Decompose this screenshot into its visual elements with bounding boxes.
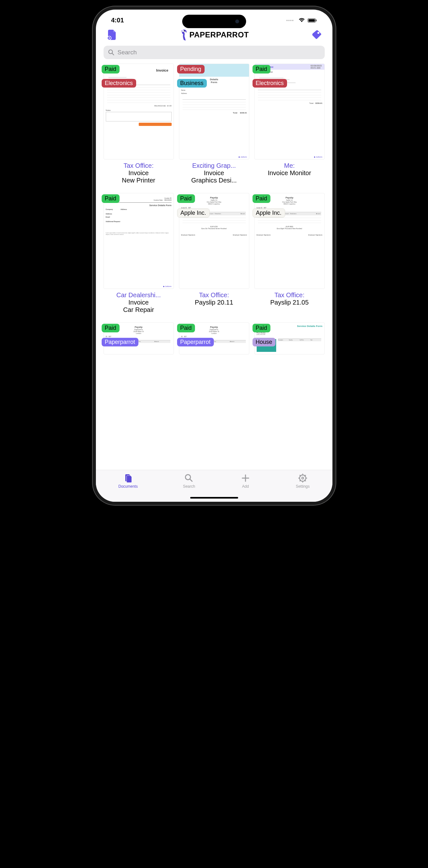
app-logo: PAPERPARROT <box>179 28 249 41</box>
document-grid: Invoice BALANCE DUE $ 0.00 Notes Paid El… <box>96 64 332 354</box>
document-thumbnail: Invoice BALANCE DUE $ 0.00 Notes <box>103 64 174 159</box>
document-card[interactable]: Payslip Apple IncOne Apple Park Way95014… <box>254 193 325 320</box>
doc-type: Payslip 20.11 <box>180 299 249 306</box>
document-card[interactable]: Invoice BALANCE DUE $ 0.00 Notes Paid El… <box>103 64 174 190</box>
tab-label: Documents <box>118 484 138 489</box>
svg-rect-1 <box>308 19 315 22</box>
status-badge: Paid <box>252 324 270 332</box>
tab-label: Settings <box>296 484 309 489</box>
tag-badge: Apple Inc. <box>252 208 285 218</box>
doc-correspondent: Tax Office: <box>104 162 173 169</box>
search-bar[interactable] <box>103 46 325 59</box>
doc-type: Payslip 21.05 <box>255 299 324 306</box>
tag-badge: Paperparrot <box>102 338 139 346</box>
tag-badge: Electronics <box>252 79 287 88</box>
search-input[interactable] <box>118 49 320 56</box>
status-badge: Paid <box>252 65 270 73</box>
status-badge: Paid <box>102 324 120 332</box>
documents-icon <box>123 473 133 483</box>
svg-point-5 <box>184 31 185 32</box>
tab-label: Add <box>242 484 249 489</box>
document-card[interactable]: Invoice ID Invoice Date 08/2/2023 Servic… <box>103 193 174 320</box>
tab-settings[interactable]: Settings <box>296 473 309 489</box>
phone-frame: 4:01 <box>93 6 336 505</box>
cellular-dots-icon <box>286 20 294 21</box>
app-name: PAPERPARROT <box>189 30 249 39</box>
tag-badge: Apple Inc. <box>177 208 210 218</box>
doc-correspondent: Car Dealershi... <box>104 291 173 299</box>
tag-badge: Paperparrot <box>177 338 214 346</box>
configure-document-button[interactable] <box>105 28 119 42</box>
document-thumbnail: Payslip Apple IncOne Apple Park Way95014… <box>179 193 249 289</box>
parrot-icon <box>179 28 189 41</box>
status-icons <box>286 18 317 23</box>
status-badge: Paid <box>177 324 195 332</box>
status-badge: Paid <box>102 194 120 203</box>
tab-search[interactable]: Search <box>183 473 195 489</box>
document-card[interactable]: Payslip Paperparrot221B Baker StLondon I… <box>103 322 174 354</box>
document-card[interactable]: Payslip Apple IncOne Apple Park Way95014… <box>179 193 249 320</box>
doc-type: Invoice Monitor <box>255 169 324 177</box>
battery-icon <box>307 18 317 23</box>
search-icon <box>108 49 115 56</box>
home-indicator[interactable] <box>190 497 238 499</box>
plus-icon <box>240 473 251 483</box>
svg-line-8 <box>112 53 114 55</box>
doc-correspondent: Me: <box>255 162 324 169</box>
document-thumbnail: Sample Invoice02/28/2023INVO-006 pping I… <box>254 64 325 159</box>
svg-rect-2 <box>316 20 316 22</box>
document-card[interactable]: Service Details Form EmailPhone Number(1… <box>254 322 325 354</box>
document-card[interactable]: Sample Invoice02/28/2023INVO-006 pping I… <box>254 64 325 190</box>
app-header: PAPERPARROT <box>96 27 332 45</box>
doc-title: New Printer <box>104 177 173 184</box>
dynamic-island <box>182 15 246 28</box>
tab-label: Search <box>183 484 195 489</box>
doc-type: Invoice <box>180 169 249 177</box>
tag-badge: Business <box>177 79 207 88</box>
doc-title: Car Repair <box>104 306 173 313</box>
status-badge: Pending <box>177 65 205 73</box>
doc-correspondent: Exciting Grap... <box>180 162 249 169</box>
svg-point-6 <box>317 32 319 34</box>
search-icon <box>184 473 194 483</box>
svg-point-4 <box>109 37 110 39</box>
document-thumbnail: Invoice ID Invoice Date 08/2/2023 Servic… <box>103 193 174 289</box>
document-card[interactable]: Payslip Paperparrot221B Baker StLondon I… <box>179 322 249 354</box>
wifi-icon <box>299 18 305 23</box>
status-time: 4:01 <box>111 17 124 24</box>
tab-documents[interactable]: Documents <box>118 473 138 489</box>
document-thumbnail: DetailsForm Invoice Date Name Address To… <box>179 64 249 159</box>
svg-point-14 <box>302 477 304 479</box>
doc-correspondent: Tax Office: <box>255 291 324 299</box>
status-badge: Paid <box>102 65 120 73</box>
status-badge: Paid <box>177 194 195 203</box>
status-badge: Paid <box>252 194 270 203</box>
svg-point-7 <box>109 50 113 54</box>
tag-badge: Electronics <box>102 79 136 88</box>
tab-add[interactable]: Add <box>240 473 251 489</box>
doc-correspondent: Tax Office: <box>180 291 249 299</box>
tags-button[interactable] <box>309 28 324 42</box>
doc-type: Invoice <box>104 169 173 177</box>
document-thumbnail: Payslip Apple IncOne Apple Park Way95014… <box>254 193 325 289</box>
gear-icon <box>298 473 308 483</box>
phone-screen: 4:01 <box>96 9 332 502</box>
doc-title: Graphics Desi... <box>180 177 249 184</box>
tag-badge: House <box>252 338 276 346</box>
svg-line-10 <box>190 479 192 481</box>
doc-type: Invoice <box>104 299 173 306</box>
document-card[interactable]: DetailsForm Invoice Date Name Address To… <box>179 64 249 190</box>
